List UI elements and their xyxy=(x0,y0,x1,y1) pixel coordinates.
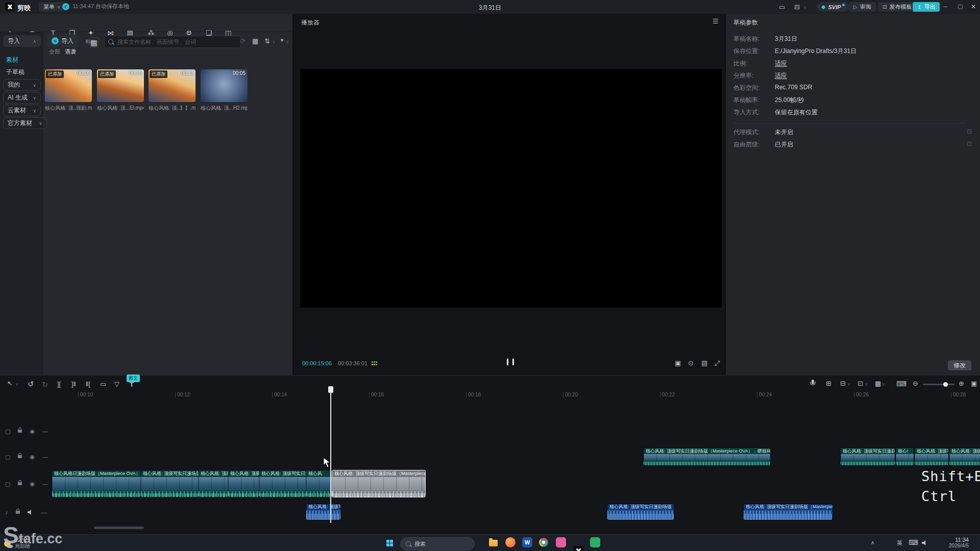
collapse-icon[interactable]: — xyxy=(42,454,48,460)
player-menu-icon[interactable]: ☰ xyxy=(713,18,719,24)
pause-button[interactable] xyxy=(507,359,514,365)
auto-snap-icon[interactable]: ⊟ xyxy=(840,380,846,387)
taskbar-search[interactable]: 搜索 xyxy=(400,537,475,550)
fit-timeline-icon[interactable]: ▣ xyxy=(971,380,977,387)
file-explorer-icon[interactable] xyxy=(489,540,498,546)
select-tool-icon[interactable]: ↖ xyxy=(7,380,13,387)
track-header-audio[interactable]: ♪ — xyxy=(5,509,47,516)
folder-tab-all[interactable]: 全部 xyxy=(49,48,60,56)
trim-right-icon[interactable]: ‖[ xyxy=(86,381,90,387)
track-header-main[interactable]: ▢ ◉ — xyxy=(5,480,48,487)
video-viewport[interactable] xyxy=(300,69,722,308)
box-select-icon[interactable]: ▭ xyxy=(100,381,106,387)
lock-icon[interactable] xyxy=(18,430,22,433)
browser-app-icon[interactable] xyxy=(505,537,516,547)
linkage-chevron-icon[interactable]: ∨ xyxy=(865,382,868,387)
timeline-clip[interactable]: 核心风格: 顶级写实日漫剧场版（Masterpiece OVA），硬核科幻，高达… xyxy=(644,448,770,465)
layout-split-icon[interactable]: ⊟ xyxy=(794,4,800,10)
trim-left-icon[interactable]: ]‖ xyxy=(71,381,76,387)
layout-panel-icon[interactable]: ▭ xyxy=(779,4,785,10)
media-search-box[interactable] xyxy=(104,36,241,48)
timeline-clip[interactable]: 核心风 xyxy=(306,470,332,497)
ime-indicator[interactable]: 英 xyxy=(897,539,902,547)
mute-preview-icon[interactable]: ▽ xyxy=(114,381,119,387)
folder-tab-selected[interactable]: 遇袭 xyxy=(65,48,76,56)
jianying-app-icon[interactable] xyxy=(573,546,583,551)
grid-view-icon[interactable]: ▦ xyxy=(89,37,99,48)
collapse-icon[interactable]: — xyxy=(42,481,48,487)
layout-chevron-icon[interactable]: ∨ xyxy=(803,5,807,10)
main-track-magnet-icon[interactable]: ⊞ xyxy=(826,380,831,387)
eye-icon[interactable]: ◉ xyxy=(30,481,35,487)
filter-icon[interactable]: ▼ xyxy=(280,38,284,43)
timeline-zoom-slider[interactable] xyxy=(923,384,954,385)
review-button[interactable]: ▷ 审阅 xyxy=(849,2,876,12)
timeline-clip[interactable]: 核心风格日漫剧场版（Masterpiece OVA），硬核科幻、 xyxy=(52,470,141,497)
eye-icon[interactable]: ◉ xyxy=(30,454,35,460)
audio-clip[interactable]: 核心风格: 顶级写实日漫剧场版（Masterpiece OVA xyxy=(744,504,832,520)
publish-template-button[interactable]: ⊡ 发布模板 xyxy=(878,2,916,12)
sidebar-item-mine[interactable]: 我的 ∨ xyxy=(3,79,41,91)
export-button[interactable]: ↥ 导出 xyxy=(913,2,940,12)
chrome-icon[interactable] xyxy=(539,538,548,547)
lock-icon[interactable] xyxy=(18,455,22,458)
media-card[interactable]: 已添加 00:16 核心风格: 顶..强剧.mp4 xyxy=(45,69,92,112)
focus-icon[interactable]: ⊙ xyxy=(688,360,694,366)
audio-clip[interactable]: 核心风格: 顶级写实日漫剧场版（Mas xyxy=(607,504,674,520)
close-button[interactable]: ✕ xyxy=(971,4,976,10)
fullscreen-icon[interactable]: ⤢ xyxy=(715,360,720,366)
sidebar-item-official[interactable]: 官方素材 ∨ xyxy=(3,117,47,129)
speaker-icon[interactable] xyxy=(28,509,34,515)
select-chevron-icon[interactable]: ∨ xyxy=(15,382,19,387)
proxy-settings-icon[interactable]: ⊡ xyxy=(967,128,972,135)
timeline-clip[interactable]: 核心风格: 顶膜 xyxy=(199,470,228,497)
timeline-clip[interactable]: 核心风格: 顶级写实日漫剧 xyxy=(259,470,306,497)
volume-icon[interactable] xyxy=(922,540,928,546)
render-quality-icon[interactable]: ▣ xyxy=(675,360,681,366)
sidebar-item-subdraft[interactable]: 子草稿 xyxy=(6,68,24,77)
linkage-icon[interactable]: ⊡ xyxy=(857,380,863,387)
audio-clip[interactable]: 核心风格: 顶级写实 xyxy=(306,504,340,520)
track-header-overlay-1[interactable]: ▢ ◉ — xyxy=(5,453,48,460)
sort-chevron-icon[interactable]: ∨ xyxy=(272,39,276,44)
refresh-icon[interactable]: ⟳ xyxy=(240,38,246,44)
track-header-overlay-2[interactable]: ▢ ◉ — xyxy=(5,428,48,435)
aspect-ratio-icon[interactable]: ▤ xyxy=(701,360,707,366)
clock-widget[interactable]: 11:34 2026/4/5 xyxy=(937,537,969,548)
timeline-clip-selected[interactable]: 核心风格: 顶级写实日漫剧场版（Masterpiece OVA） xyxy=(332,470,425,497)
modify-button[interactable]: 修改 xyxy=(948,360,971,370)
sidebar-item-material[interactable]: 素材 xyxy=(6,56,18,64)
maximize-button[interactable]: ▢ xyxy=(958,4,963,9)
preview-axis-icon[interactable]: ▩ xyxy=(875,380,881,387)
timeline-clip[interactable]: 核心! xyxy=(896,448,914,465)
menu-button[interactable]: 菜单 ∨ xyxy=(39,2,65,12)
shortcut-keyboard-icon[interactable]: ⌨ xyxy=(896,380,906,387)
touch-keyboard-icon[interactable]: ⌨ xyxy=(909,539,918,546)
redo-icon[interactable]: ↻ xyxy=(42,380,48,389)
param-value-link[interactable]: 适应 xyxy=(775,59,787,68)
zoom-in-icon[interactable]: ⊕ xyxy=(959,380,964,387)
snap-chevron-icon[interactable]: ∨ xyxy=(847,382,851,387)
sidebar-item-ai[interactable]: AI 生成 ∨ xyxy=(3,92,41,104)
timeline-clip[interactable]: 核心风格: 顶级写实日漫场版 xyxy=(141,470,199,497)
thumbnail-view-icon[interactable]: ▦ xyxy=(252,38,258,44)
timeline-clip[interactable]: 核心风格: 顶级 xyxy=(949,448,980,465)
minimize-button[interactable]: ─ xyxy=(943,4,947,10)
import-button[interactable]: + 导入 xyxy=(47,35,78,47)
zoom-out-icon[interactable]: ⊖ xyxy=(913,380,918,387)
collapse-icon[interactable]: — xyxy=(42,428,48,434)
search-input[interactable] xyxy=(116,38,220,45)
split-icon[interactable]: ][ xyxy=(57,381,61,387)
svip-badge[interactable]: ◆ SVIP xyxy=(817,2,849,12)
undo-icon[interactable]: ↺ xyxy=(28,380,34,388)
filter-chevron-icon[interactable]: ∨ xyxy=(286,39,289,44)
sort-icon[interactable]: ⇅ xyxy=(264,38,270,44)
media-card[interactable]: 已添加 00:16 核心风格: 顶...El.mp4 xyxy=(97,69,144,112)
collapse-icon[interactable]: — xyxy=(41,509,47,515)
lock-icon[interactable] xyxy=(16,511,20,514)
eye-icon[interactable]: ◉ xyxy=(30,428,35,435)
tray-chevron-icon[interactable]: ∧ xyxy=(871,540,874,545)
layer-settings-icon[interactable]: ⊡ xyxy=(967,140,972,147)
green-app-icon[interactable] xyxy=(590,537,600,547)
pink-app-icon[interactable] xyxy=(556,537,566,547)
